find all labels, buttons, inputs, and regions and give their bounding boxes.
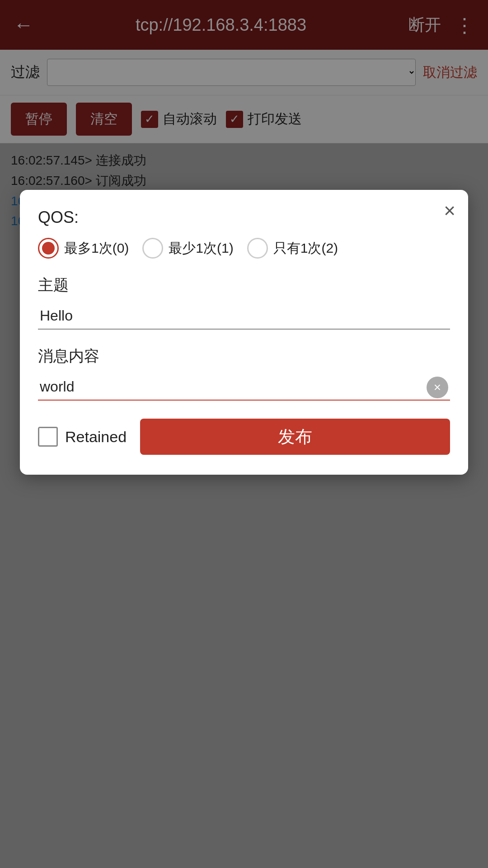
dialog-bottom-row: Retained 发布: [38, 419, 450, 455]
message-clear-button[interactable]: ×: [427, 377, 448, 398]
publish-dialog: × QOS: 最多1次(0) 最少1次(1) 只有1次(2) 主题: [20, 190, 468, 475]
qos-option-2-label: 只有1次(2): [273, 239, 338, 258]
qos-radio-1[interactable]: [142, 238, 163, 259]
qos-option-1-label: 最少1次(1): [169, 239, 233, 258]
retained-checkbox[interactable]: [38, 427, 58, 447]
qos-label: QOS:: [38, 208, 450, 227]
qos-radio-2[interactable]: [247, 238, 268, 259]
subject-input[interactable]: [38, 303, 450, 330]
message-label: 消息内容: [38, 346, 450, 367]
qos-option-0-label: 最多1次(0): [64, 239, 129, 258]
qos-radio-group: 最多1次(0) 最少1次(1) 只有1次(2): [38, 238, 450, 259]
retained-label: Retained: [65, 428, 127, 446]
clear-icon: ×: [434, 380, 441, 395]
message-section: 消息内容 ×: [38, 346, 450, 401]
qos-radio-0-inner: [42, 242, 55, 255]
subject-section: 主题: [38, 275, 450, 330]
retained-checkbox-container[interactable]: Retained: [38, 427, 127, 447]
qos-section: QOS: 最多1次(0) 最少1次(1) 只有1次(2): [38, 208, 450, 259]
message-input[interactable]: [38, 374, 450, 401]
qos-radio-0[interactable]: [38, 238, 59, 259]
dialog-close-button[interactable]: ×: [444, 201, 455, 221]
qos-option-0[interactable]: 最多1次(0): [38, 238, 129, 259]
subject-label: 主题: [38, 275, 450, 296]
qos-option-2[interactable]: 只有1次(2): [247, 238, 338, 259]
publish-button[interactable]: 发布: [140, 419, 450, 455]
qos-option-1[interactable]: 最少1次(1): [142, 238, 233, 259]
message-field-wrapper: ×: [38, 374, 450, 401]
